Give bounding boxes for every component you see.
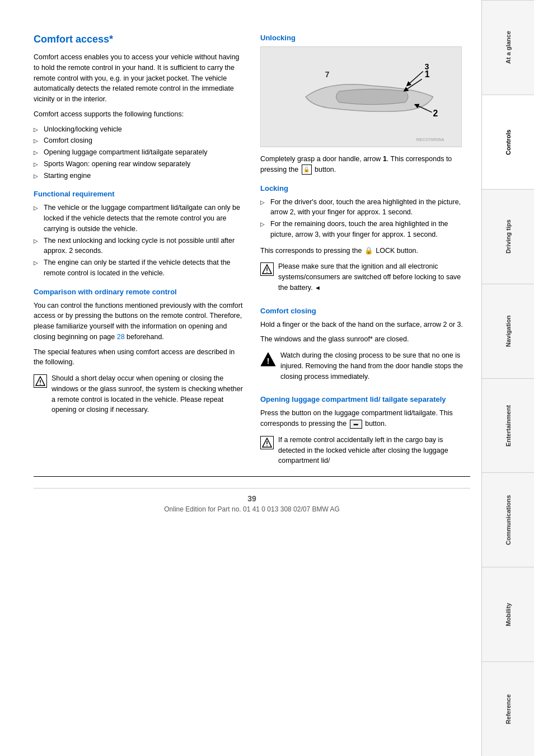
- comfort-closing-heading: Comfort closing: [260, 307, 470, 315]
- warning-box: ! Watch during the closing process to be…: [260, 350, 470, 386]
- footer-divider: [34, 476, 470, 477]
- warning-text: Watch during the closing process to be s…: [280, 350, 470, 382]
- functions-intro: Comfort access supports the following fu…: [34, 109, 243, 120]
- svg-point-2: [40, 384, 41, 385]
- unlock-button-icon: 🔓: [302, 165, 312, 175]
- door-image: 1 2 3 REC070R05A: [260, 46, 462, 147]
- warning-triangle-icon: !: [260, 351, 276, 367]
- locking-heading: Locking: [260, 184, 470, 192]
- note-icon: [34, 374, 47, 388]
- two-column-layout: Comfort access* Comfort access enables y…: [34, 34, 470, 476]
- note-icon-luggage: [260, 436, 274, 449]
- sidebar: At a glance Controls Driving tips Naviga…: [481, 0, 534, 756]
- functional-requirement-list: The vehicle or the luggage compartment l…: [34, 203, 243, 278]
- note-box-left: Should a short delay occur when opening …: [34, 373, 243, 420]
- comparison-heading: Comparison with ordinary remote control: [34, 288, 243, 296]
- opening-luggage-text1: Press the button on the luggage compartm…: [260, 408, 470, 429]
- sidebar-tab-entertainment[interactable]: Entertainment: [482, 378, 534, 473]
- intro-text: Comfort access enables you to access you…: [34, 52, 243, 105]
- note-box-luggage: If a remote control accidentally left in…: [260, 435, 470, 471]
- unlocking-text: Completely grasp a door handle, arrow 1.…: [260, 154, 470, 175]
- note-text-luggage: If a remote control accidentally left in…: [278, 435, 470, 466]
- list-item: Unlocking/locking vehicle: [34, 124, 243, 135]
- opening-luggage-heading: Opening luggage compartment lid/ tailgat…: [260, 395, 470, 403]
- left-column: Comfort access* Comfort access enables y…: [34, 34, 243, 476]
- note-icon-locking: [260, 262, 274, 276]
- sidebar-tab-communications[interactable]: Communications: [482, 472, 534, 567]
- svg-text:!: !: [267, 356, 270, 365]
- page-footer: 39 Online Edition for Part no. 01 41 0 0…: [34, 488, 470, 524]
- note-text-left: Should a short delay occur when opening …: [51, 373, 243, 415]
- list-item: For the driver's door, touch the area hi…: [260, 197, 470, 218]
- lock-circle-icon: 🔒: [364, 246, 373, 255]
- page-28-link[interactable]: 28: [117, 333, 125, 341]
- right-column: Unlocking 1 2: [260, 34, 470, 476]
- list-item: The engine can only be started if the ve…: [34, 257, 243, 279]
- functions-list: Unlocking/locking vehicle Comfort closin…: [34, 124, 243, 181]
- sidebar-tab-controls[interactable]: Controls: [482, 95, 534, 189]
- comfort-closing-text2: The windows and the glass sunroof* are c…: [260, 334, 470, 345]
- luggage-button-icon: ▬: [350, 420, 362, 429]
- comfort-closing-text1: Hold a finger or the back of the hand on…: [260, 320, 470, 330]
- list-item: For the remaining doors, touch the area …: [260, 219, 470, 240]
- main-heading: Comfort access*: [34, 34, 243, 45]
- svg-point-14: [266, 272, 268, 273]
- sidebar-tab-at-a-glance[interactable]: At a glance: [482, 0, 534, 95]
- list-item: Starting engine: [34, 171, 243, 181]
- note-box-locking: Please make sure that the ignition and a…: [260, 261, 470, 297]
- svg-text:7: 7: [325, 70, 330, 79]
- page-wrapper: Comfort access* Comfort access enables y…: [0, 0, 534, 756]
- sidebar-tab-mobility[interactable]: Mobility: [482, 567, 534, 661]
- locking-text: This corresponds to pressing the 🔒 LOCK …: [260, 246, 470, 256]
- sidebar-tab-driving-tips[interactable]: Driving tips: [482, 189, 534, 284]
- locking-list: For the driver's door, touch the area hi…: [260, 197, 470, 240]
- list-item: Opening luggage compartment lid/tailgate…: [34, 147, 243, 158]
- list-item: Sports Wagon: opening rear window separa…: [34, 159, 243, 170]
- page-number: 39: [34, 494, 470, 503]
- svg-text:REC070R05A: REC070R05A: [416, 137, 444, 142]
- back-symbol: ◄: [315, 284, 321, 291]
- main-content: Comfort access* Comfort access enables y…: [0, 0, 481, 756]
- footer-text: Online Edition for Part no. 01 41 0 013 …: [164, 505, 340, 513]
- list-item: The next unlocking and locking cycle is …: [34, 236, 243, 257]
- comparison-text1: You can control the functions mentioned …: [34, 300, 243, 342]
- list-item: The vehicle or the luggage compartment l…: [34, 203, 243, 234]
- svg-text:1: 1: [425, 69, 430, 79]
- comparison-text2: The special features when using comfort …: [34, 347, 243, 368]
- note-text-locking: Please make sure that the ignition and a…: [278, 261, 470, 293]
- sidebar-tab-navigation[interactable]: Navigation: [482, 284, 534, 378]
- svg-text:3: 3: [425, 62, 429, 71]
- sidebar-tab-reference[interactable]: Reference: [482, 661, 534, 756]
- functional-requirement-heading: Functional requirement: [34, 190, 243, 198]
- svg-point-19: [266, 445, 268, 446]
- svg-text:2: 2: [433, 109, 438, 118]
- list-item: Comfort closing: [34, 135, 243, 146]
- unlocking-heading: Unlocking: [260, 34, 470, 42]
